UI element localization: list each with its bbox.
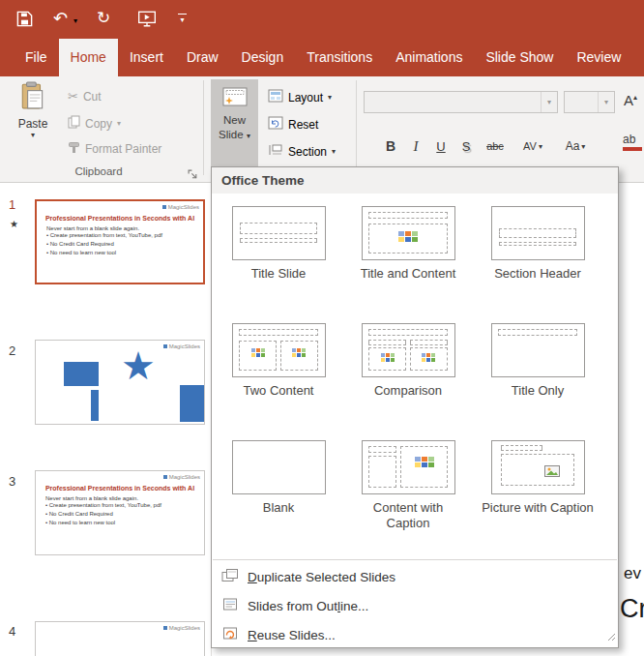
font-size-combobox[interactable]: ▾ — [564, 91, 615, 113]
slide-number: 3 — [9, 474, 15, 489]
tab-home[interactable]: Home — [59, 39, 118, 76]
menu-item-label: Slides from Outline... — [248, 599, 368, 613]
layout-option-section-header[interactable]: Section Header — [473, 206, 602, 323]
layout-option-title-slide[interactable]: Title Slide — [214, 206, 343, 323]
slide-number: 1 — [9, 197, 15, 212]
slide-number: 4 — [9, 624, 15, 639]
layout-thumbnail — [232, 440, 326, 494]
layout-option-title-and-content[interactable]: Title and Content — [343, 206, 473, 323]
layout-option-content-with-caption[interactable]: Content with Caption — [343, 440, 473, 557]
start-slideshow-icon[interactable] — [137, 10, 157, 32]
layout-thumbnail — [362, 323, 455, 377]
slide-bullet: • No need to learn new tool — [46, 249, 203, 257]
layout-option-two-content[interactable]: Two Content — [214, 323, 343, 440]
layout-button[interactable]: Layout ▾ — [268, 89, 332, 105]
layout-thumbnail — [491, 323, 585, 377]
layout-icon — [268, 89, 283, 105]
tab-slide-show[interactable]: Slide Show — [474, 39, 565, 76]
menu-item-duplicate-selected-slides[interactable]: Duplicate Selected Slides — [212, 562, 618, 591]
layout-option-comparison[interactable]: Comparison — [343, 323, 473, 440]
section-button[interactable]: Section ▾ — [268, 143, 336, 160]
cut-label: Cut — [83, 90, 102, 104]
layout-thumbnail — [232, 206, 326, 260]
slide-bullet: • No need to learn new tool — [45, 519, 204, 527]
menu-item-reuse-slides[interactable]: Reuse Slides... — [212, 620, 618, 649]
chevron-down-icon[interactable]: ▾ — [598, 92, 614, 112]
cut-button[interactable]: ✂ Cut — [68, 89, 102, 104]
section-label: Section — [288, 145, 327, 159]
layout-option-blank[interactable]: Blank — [214, 440, 343, 557]
magicslides-logo: MagicSlides — [162, 204, 199, 210]
reuse-slides-icon — [221, 626, 239, 644]
magicslides-logo: MagicSlides — [163, 474, 200, 480]
layout-thumbnail — [232, 323, 326, 377]
reset-label: Reset — [288, 118, 318, 132]
slide-thumbnail-1[interactable]: MagicSlides Professional Presentations i… — [35, 199, 205, 284]
highlight-label: ab — [623, 133, 635, 146]
tab-insert[interactable]: Insert — [118, 39, 175, 76]
bold-button[interactable]: B — [379, 134, 402, 158]
clipboard-dialog-launcher-icon[interactable] — [188, 166, 198, 184]
reset-icon — [268, 116, 283, 133]
tab-review[interactable]: Review — [565, 39, 632, 76]
slide-bullet: • Create presentation from text, YouTube… — [46, 231, 203, 240]
tab-design[interactable]: Design — [230, 39, 296, 76]
menu-resize-grip[interactable] — [607, 628, 616, 645]
character-spacing-button[interactable]: AV ▾ — [516, 134, 549, 158]
layout-dropdown-icon: ▾ — [328, 93, 332, 102]
new-slide-layout-menu: Office Theme Title Slide Title and Conte… — [211, 166, 619, 648]
layout-option-title-only[interactable]: Title Only — [473, 323, 602, 440]
layout-option-picture-with-caption[interactable]: Picture with Caption — [473, 440, 602, 557]
tab-transitions[interactable]: Transitions — [295, 39, 384, 76]
layout-thumbnail — [362, 440, 455, 494]
grow-caret-icon: ▴ — [633, 93, 637, 102]
grow-font-button[interactable]: A▴ — [624, 92, 637, 108]
layout-thumbnail — [491, 206, 585, 260]
italic-button[interactable]: I — [406, 134, 425, 158]
menu-header: Office Theme — [212, 167, 618, 194]
customize-quick-access-icon[interactable]: ▾ — [178, 14, 187, 24]
paste-clipboard-icon — [20, 81, 45, 113]
underline-button[interactable]: U — [429, 134, 453, 158]
menu-item-slides-from-outline[interactable]: Slides from Outline... — [212, 591, 618, 620]
slide-text-fragment: Cr — [620, 594, 644, 624]
change-case-button[interactable]: Aa ▾ — [559, 134, 592, 158]
bar-shape — [91, 390, 99, 421]
ribbon-tab-bar: File Home Insert Draw Design Transitions… — [0, 39, 644, 76]
text-shadow-button[interactable]: S — [454, 134, 478, 158]
new-slide-label-line2: Slide — [219, 129, 244, 140]
undo-dropdown-icon[interactable]: ▾ — [73, 16, 77, 25]
tab-draw[interactable]: Draw — [175, 39, 230, 76]
format-painter-button[interactable]: Format Painter — [68, 141, 161, 157]
logo-mark-icon — [163, 344, 167, 348]
font-name-combobox[interactable]: ▾ — [364, 91, 558, 113]
new-slide-icon — [222, 87, 248, 110]
clipboard-group-label: Clipboard — [0, 165, 197, 177]
group-separator — [203, 80, 204, 175]
new-slide-button[interactable]: New Slide ▾ — [211, 79, 258, 166]
strikethrough-button[interactable]: abc — [480, 134, 511, 158]
arrow-shape — [180, 385, 205, 422]
chevron-down-icon[interactable]: ▾ — [541, 92, 557, 112]
copy-button[interactable]: Copy ▾ — [68, 115, 121, 132]
new-slide-dropdown-icon: ▾ — [247, 132, 250, 140]
slide-thumbnail-4[interactable]: MagicSlides — [35, 621, 205, 656]
undo-icon[interactable]: ↶ — [53, 10, 68, 27]
tab-animations[interactable]: Animations — [384, 39, 474, 76]
save-icon[interactable] — [15, 10, 34, 32]
copy-icon — [68, 115, 80, 132]
slide-thumbnail-2[interactable]: MagicSlides ★ — [35, 340, 205, 425]
highlight-color-button[interactable]: ab — [623, 133, 644, 151]
layout-gallery: Title Slide Title and Content Section He… — [212, 194, 618, 557]
slide-thumbnail-panel: 1 ★ MagicSlides Professional Presentatio… — [0, 184, 211, 656]
star-shape: ★ — [121, 346, 156, 385]
paste-button[interactable]: Paste ▾ — [8, 81, 58, 139]
slide-thumbnail-3[interactable]: MagicSlides Professional Presentations i… — [35, 470, 205, 555]
reset-button[interactable]: Reset — [268, 116, 318, 133]
tab-file[interactable]: File — [14, 39, 59, 76]
redo-icon[interactable]: ↻ — [97, 10, 110, 26]
grow-font-label: A — [624, 92, 633, 108]
character-spacing-label: AV — [523, 140, 537, 152]
chevron-down-icon: ▾ — [539, 142, 542, 151]
logo-mark-icon — [163, 626, 167, 630]
